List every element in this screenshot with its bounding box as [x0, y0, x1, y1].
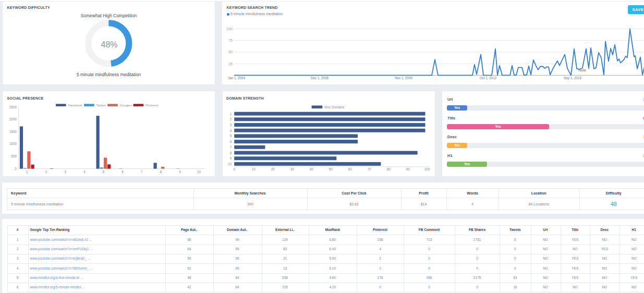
svg-text:2: 2 [45, 170, 47, 174]
svg-text:5: 5 [103, 170, 105, 174]
svg-text:75: 75 [228, 39, 233, 42]
svg-text:Moz Domains: Moz Domains [324, 105, 345, 109]
svg-text:1500: 1500 [9, 130, 17, 133]
svg-text:500: 500 [11, 154, 17, 158]
svg-text:6: 6 [121, 170, 124, 174]
svg-text:7: 7 [230, 145, 232, 149]
svg-text:1: 1 [230, 112, 232, 116]
svg-text:9: 9 [230, 156, 232, 160]
svg-text:3: 3 [230, 123, 232, 127]
svg-text:50: 50 [329, 167, 333, 171]
svg-text:2000: 2000 [9, 117, 17, 121]
svg-text:90: 90 [406, 167, 410, 171]
svg-text:10: 10 [228, 162, 232, 166]
svg-text:8: 8 [160, 170, 162, 174]
svg-text:60: 60 [348, 167, 353, 171]
svg-text:50: 50 [228, 50, 233, 54]
svg-text:Google+: Google+ [120, 103, 132, 107]
svg-text:8: 8 [230, 151, 232, 155]
svg-text:Oct 1, 2012: Oct 1, 2012 [480, 76, 497, 80]
svg-text:3: 3 [64, 170, 66, 174]
svg-text:Jan 1, 2004: Jan 1, 2004 [228, 76, 245, 80]
svg-text:0: 0 [233, 167, 235, 171]
svg-text:4: 4 [230, 129, 232, 132]
svg-text:Nov 1, 2009: Nov 1, 2009 [395, 76, 412, 80]
svg-text:5: 5 [230, 134, 232, 138]
svg-text:Facebook: Facebook [68, 103, 83, 107]
svg-text:2500: 2500 [9, 105, 17, 109]
svg-text:Pinterest: Pinterest [145, 103, 159, 107]
svg-text:80: 80 [387, 167, 391, 171]
svg-text:40: 40 [310, 167, 314, 171]
svg-text:2: 2 [230, 117, 232, 121]
svg-text:10: 10 [252, 167, 256, 171]
svg-text:Dec 1, 2006: Dec 1, 2006 [311, 76, 329, 80]
svg-text:7: 7 [141, 170, 143, 174]
svg-text:Sep 1, 2015: Sep 1, 2015 [564, 76, 581, 80]
svg-text:10: 10 [197, 170, 201, 174]
svg-text:9: 9 [179, 170, 181, 174]
svg-text:100: 100 [226, 27, 233, 31]
svg-text:6: 6 [230, 140, 232, 143]
svg-text:20: 20 [271, 167, 275, 171]
svg-text:70: 70 [368, 167, 372, 171]
svg-text:0: 0 [15, 167, 17, 170]
svg-text:100: 100 [424, 167, 430, 171]
svg-text:4: 4 [83, 170, 86, 174]
svg-text:1000: 1000 [9, 142, 17, 145]
svg-text:30: 30 [290, 167, 295, 171]
svg-text:Twitter: Twitter [96, 103, 106, 107]
svg-text:25: 25 [228, 62, 233, 66]
svg-text:1: 1 [26, 170, 28, 174]
